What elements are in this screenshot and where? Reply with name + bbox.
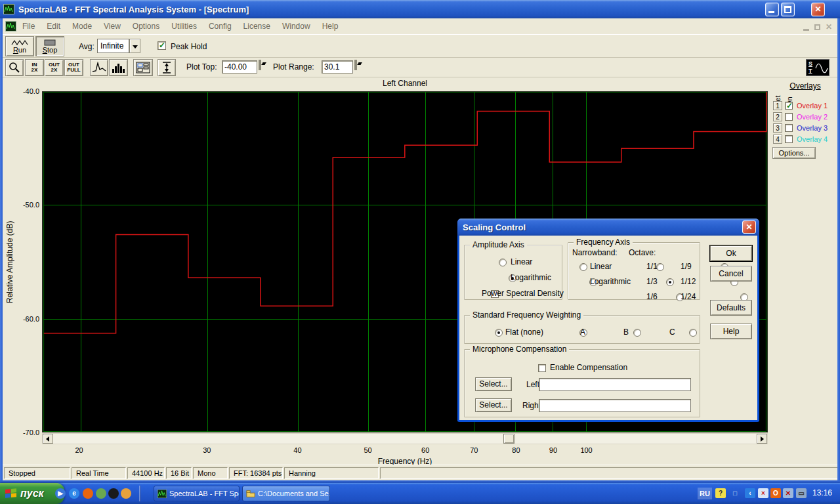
cancel-button[interactable]: Cancel — [710, 266, 752, 282]
menu-config[interactable]: Config — [203, 20, 238, 33]
folder-icon — [246, 490, 255, 498]
overlay-on-checkbox[interactable] — [785, 113, 793, 121]
mdi-child-icon[interactable] — [5, 21, 16, 32]
browser-orange-icon[interactable] — [83, 488, 93, 499]
octave-1-6-label: 1/6 — [646, 292, 658, 301]
weighting-c-label: C — [669, 327, 675, 337]
task-button-spectralab[interactable]: SpectraLAB - FFT Spe... — [154, 486, 240, 501]
menu-utilities[interactable]: Utilities — [165, 20, 203, 33]
dialog-close-icon[interactable]: ✕ — [742, 220, 756, 234]
amplitude-linear-label: Linear — [511, 257, 532, 266]
plot-range-input[interactable]: 30.1 — [322, 60, 353, 74]
dialog-title-bar[interactable]: Scaling Control ✕ — [457, 219, 759, 236]
chevron-down-icon[interactable] — [129, 39, 140, 53]
menu-options[interactable]: Options — [127, 20, 165, 33]
scroll-left-icon[interactable] — [43, 434, 53, 444]
plot-top-label: Plot Top: — [186, 62, 217, 72]
spin-down-icon[interactable] — [356, 60, 357, 70]
select-left-button[interactable]: Select... — [475, 377, 512, 391]
freq-linear-radio[interactable] — [579, 263, 587, 271]
mic-right-input[interactable] — [539, 399, 691, 412]
stop-button[interactable]: Stop — [35, 36, 64, 56]
display-icon[interactable]: ▭ — [796, 488, 807, 498]
mdi-close-icon[interactable]: ✕ — [826, 22, 832, 32]
defaults-button[interactable]: Defaults — [710, 300, 752, 316]
zoom-out-2x-button[interactable]: OUT2X — [45, 59, 64, 76]
opera-icon[interactable]: O — [770, 488, 781, 498]
audio-muted-icon[interactable]: × — [758, 488, 768, 498]
plot-top-spinner[interactable] — [259, 60, 266, 70]
help-button[interactable]: Help — [710, 324, 752, 339]
bar-display-button[interactable] — [109, 59, 128, 76]
weighting-b-radio[interactable] — [633, 329, 641, 337]
overlay-set-button[interactable]: 3 — [773, 123, 782, 133]
scroll-right-icon[interactable] — [757, 434, 767, 444]
weighting-c-radio[interactable] — [689, 329, 697, 337]
menu-view[interactable]: View — [98, 20, 127, 33]
plot-top-input[interactable]: -40.00 — [222, 60, 257, 74]
media-player-icon[interactable]: ▶ — [55, 488, 66, 499]
weighting-a-label: A — [580, 327, 585, 337]
status-panel: Mono — [193, 467, 228, 479]
clock-icon[interactable] — [121, 488, 131, 499]
y-tick-label: -70.0 — [10, 429, 39, 436]
menu-license[interactable]: License — [238, 20, 276, 33]
back-icon[interactable]: ‹ — [745, 488, 755, 498]
maximize-button[interactable] — [781, 3, 795, 16]
overlay-set-button[interactable]: 4 — [773, 135, 782, 144]
scrollbar-thumb[interactable] — [503, 434, 514, 444]
plot-range-label: Plot Range: — [273, 62, 314, 72]
menu-edit[interactable]: Edit — [41, 20, 66, 33]
zoom-out-full-button[interactable]: OUTFULL — [64, 59, 83, 76]
peak-curve-icon — [92, 62, 106, 74]
network-error-icon[interactable]: ✕ — [783, 488, 793, 498]
autoscale-button[interactable] — [158, 59, 176, 76]
help-icon[interactable]: ? — [715, 488, 726, 498]
title-bar[interactable]: SpectraLAB - FFT Spectral Analysis Syste… — [0, 0, 840, 18]
scaling-control-dialog: Scaling Control ✕ Amplitude Axis Linear … — [457, 219, 759, 422]
signal-generator-button[interactable]: S T — [806, 59, 830, 76]
overlay-on-checkbox[interactable] — [785, 102, 793, 110]
zoom-in-2x-button[interactable]: IN2X — [25, 59, 44, 76]
stop-icon — [43, 39, 57, 46]
mic-left-input[interactable] — [539, 378, 691, 391]
octave-1-3-radio[interactable] — [666, 278, 674, 286]
amplitude-linear-radio[interactable] — [499, 259, 507, 266]
mdi-minimize-icon[interactable] — [803, 29, 809, 31]
task-button-explorer[interactable]: C:\Documents and Se... — [242, 486, 330, 501]
overlay-on-checkbox[interactable] — [785, 135, 793, 143]
picture-icon[interactable] — [96, 488, 106, 499]
overlay-label: Overlay 3 — [797, 124, 828, 132]
enable-compensation-checkbox[interactable] — [538, 364, 546, 372]
overlay-set-button[interactable]: 2 — [773, 112, 782, 121]
mdi-restore-icon[interactable] — [814, 24, 820, 30]
run-button[interactable]: Run — [5, 36, 34, 56]
overlay-options-button[interactable]: Options... — [772, 147, 816, 159]
zoom-cursor-button[interactable] — [5, 59, 24, 76]
weighting-flat-radio[interactable] — [495, 329, 503, 337]
peak-hold-checkbox[interactable] — [158, 41, 166, 50]
menu-file[interactable]: File — [16, 20, 41, 33]
narrowband-label: Narrowband: — [572, 248, 618, 257]
overlay-set-button[interactable]: 1 — [773, 101, 782, 110]
plot-range-spinner[interactable] — [354, 60, 362, 70]
display-options-button[interactable] — [133, 59, 153, 76]
overlay-on-checkbox[interactable] — [785, 124, 793, 132]
spectrum-view: Left Channel Relative Amplitude (dB) -40… — [0, 77, 840, 465]
ok-button[interactable]: Ok — [710, 245, 752, 261]
menu-help[interactable]: Help — [316, 20, 345, 33]
cat-icon[interactable] — [108, 488, 119, 499]
select-right-button[interactable]: Select... — [475, 398, 512, 412]
horizontal-scrollbar[interactable] — [42, 433, 768, 444]
menu-mode[interactable]: Mode — [66, 20, 98, 33]
y-tick-label: -40.0 — [10, 87, 39, 95]
close-button[interactable]: ✕ — [811, 3, 825, 16]
internet-explorer-icon[interactable]: e — [69, 488, 79, 499]
spin-down-icon[interactable] — [260, 60, 261, 70]
window-switch-icon[interactable]: □ — [730, 488, 740, 498]
language-indicator[interactable]: RU — [698, 488, 712, 499]
status-panel — [380, 467, 838, 479]
menu-window[interactable]: Window — [276, 20, 316, 33]
minimize-button[interactable] — [765, 3, 779, 16]
peak-display-button[interactable] — [90, 59, 108, 76]
